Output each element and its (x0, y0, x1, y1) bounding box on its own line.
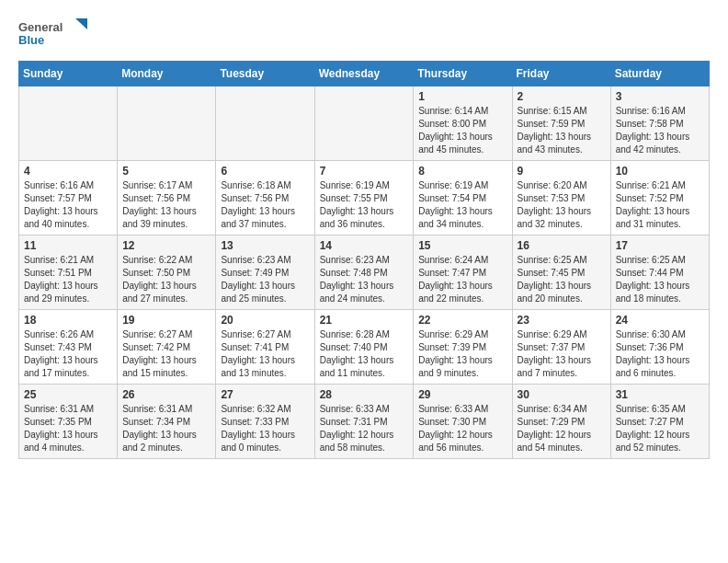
calendar-week-row: 11Sunrise: 6:21 AM Sunset: 7:51 PM Dayli… (19, 236, 710, 310)
day-number: 13 (221, 239, 309, 252)
logo: GeneralBlue (18, 18, 92, 52)
day-info: Sunrise: 6:28 AM Sunset: 7:40 PM Dayligh… (320, 328, 409, 380)
day-number: 7 (320, 165, 409, 178)
calendar-header-tuesday: Tuesday (216, 62, 314, 86)
svg-text:General: General (18, 20, 63, 34)
calendar-week-row: 4Sunrise: 6:16 AM Sunset: 7:57 PM Daylig… (19, 161, 710, 236)
calendar-cell: 28Sunrise: 6:33 AM Sunset: 7:31 PM Dayli… (314, 385, 414, 459)
day-info: Sunrise: 6:29 AM Sunset: 7:37 PM Dayligh… (518, 328, 606, 380)
calendar-week-row: 1Sunrise: 6:14 AM Sunset: 8:00 PM Daylig… (19, 86, 710, 161)
day-number: 14 (320, 239, 409, 252)
day-info: Sunrise: 6:15 AM Sunset: 7:59 PM Dayligh… (518, 105, 606, 156)
day-info: Sunrise: 6:17 AM Sunset: 7:56 PM Dayligh… (122, 179, 210, 231)
calendar-header-row: SundayMondayTuesdayWednesdayThursdayFrid… (19, 62, 710, 86)
calendar-cell: 11Sunrise: 6:21 AM Sunset: 7:51 PM Dayli… (19, 236, 118, 310)
day-number: 15 (418, 239, 506, 252)
day-info: Sunrise: 6:30 AM Sunset: 7:36 PM Dayligh… (616, 328, 704, 380)
day-info: Sunrise: 6:27 AM Sunset: 7:41 PM Dayligh… (221, 328, 309, 380)
day-number: 20 (221, 314, 309, 327)
calendar-table: SundayMondayTuesdayWednesdayThursdayFrid… (18, 61, 710, 459)
calendar-cell: 30Sunrise: 6:34 AM Sunset: 7:29 PM Dayli… (512, 385, 610, 459)
svg-marker-2 (75, 18, 87, 29)
calendar-cell: 7Sunrise: 6:19 AM Sunset: 7:55 PM Daylig… (314, 161, 414, 236)
calendar-cell: 3Sunrise: 6:16 AM Sunset: 7:58 PM Daylig… (610, 86, 709, 161)
calendar-header-wednesday: Wednesday (314, 62, 414, 86)
calendar-cell: 31Sunrise: 6:35 AM Sunset: 7:27 PM Dayli… (610, 385, 709, 459)
day-number: 31 (616, 388, 704, 401)
svg-text:Blue: Blue (18, 33, 44, 47)
day-number: 10 (616, 165, 704, 178)
calendar-cell: 21Sunrise: 6:28 AM Sunset: 7:40 PM Dayli… (314, 310, 414, 385)
day-number: 4 (24, 165, 112, 178)
day-info: Sunrise: 6:21 AM Sunset: 7:51 PM Dayligh… (24, 254, 112, 305)
calendar-cell: 13Sunrise: 6:23 AM Sunset: 7:49 PM Dayli… (216, 236, 314, 310)
day-number: 1 (418, 90, 506, 103)
calendar-cell: 9Sunrise: 6:20 AM Sunset: 7:53 PM Daylig… (512, 161, 610, 236)
day-number: 16 (518, 239, 606, 252)
calendar-cell: 6Sunrise: 6:18 AM Sunset: 7:56 PM Daylig… (216, 161, 314, 236)
calendar-cell (314, 86, 414, 161)
calendar-header-thursday: Thursday (414, 62, 512, 86)
day-info: Sunrise: 6:31 AM Sunset: 7:34 PM Dayligh… (122, 403, 210, 454)
day-number: 30 (518, 388, 606, 401)
day-info: Sunrise: 6:21 AM Sunset: 7:52 PM Dayligh… (616, 179, 704, 231)
calendar-cell (118, 86, 216, 161)
day-number: 3 (616, 90, 704, 103)
calendar-cell: 24Sunrise: 6:30 AM Sunset: 7:36 PM Dayli… (610, 310, 709, 385)
day-number: 21 (320, 314, 409, 327)
calendar-cell: 17Sunrise: 6:25 AM Sunset: 7:44 PM Dayli… (610, 236, 709, 310)
calendar-cell: 10Sunrise: 6:21 AM Sunset: 7:52 PM Dayli… (610, 161, 709, 236)
calendar-header-monday: Monday (118, 62, 216, 86)
day-number: 9 (518, 165, 606, 178)
day-number: 22 (418, 314, 506, 327)
day-info: Sunrise: 6:23 AM Sunset: 7:48 PM Dayligh… (320, 254, 409, 305)
day-number: 18 (24, 314, 112, 327)
calendar-cell (19, 86, 118, 161)
calendar-cell: 5Sunrise: 6:17 AM Sunset: 7:56 PM Daylig… (118, 161, 216, 236)
day-number: 29 (418, 388, 506, 401)
day-info: Sunrise: 6:25 AM Sunset: 7:44 PM Dayligh… (616, 254, 704, 305)
calendar-cell: 25Sunrise: 6:31 AM Sunset: 7:35 PM Dayli… (19, 385, 118, 459)
day-info: Sunrise: 6:27 AM Sunset: 7:42 PM Dayligh… (122, 328, 210, 380)
day-info: Sunrise: 6:20 AM Sunset: 7:53 PM Dayligh… (518, 179, 606, 231)
calendar-cell: 29Sunrise: 6:33 AM Sunset: 7:30 PM Dayli… (414, 385, 512, 459)
calendar-cell: 26Sunrise: 6:31 AM Sunset: 7:34 PM Dayli… (118, 385, 216, 459)
day-number: 27 (221, 388, 309, 401)
day-number: 8 (418, 165, 506, 178)
calendar-cell: 1Sunrise: 6:14 AM Sunset: 8:00 PM Daylig… (414, 86, 512, 161)
calendar-cell: 16Sunrise: 6:25 AM Sunset: 7:45 PM Dayli… (512, 236, 610, 310)
day-info: Sunrise: 6:18 AM Sunset: 7:56 PM Dayligh… (221, 179, 309, 231)
day-info: Sunrise: 6:23 AM Sunset: 7:49 PM Dayligh… (221, 254, 309, 305)
day-info: Sunrise: 6:33 AM Sunset: 7:30 PM Dayligh… (418, 403, 506, 454)
calendar-cell: 15Sunrise: 6:24 AM Sunset: 7:47 PM Dayli… (414, 236, 512, 310)
calendar-cell: 8Sunrise: 6:19 AM Sunset: 7:54 PM Daylig… (414, 161, 512, 236)
calendar-week-row: 25Sunrise: 6:31 AM Sunset: 7:35 PM Dayli… (19, 385, 710, 459)
day-number: 17 (616, 239, 704, 252)
day-number: 23 (518, 314, 606, 327)
day-number: 24 (616, 314, 704, 327)
day-info: Sunrise: 6:14 AM Sunset: 8:00 PM Dayligh… (418, 105, 506, 156)
day-info: Sunrise: 6:31 AM Sunset: 7:35 PM Dayligh… (24, 403, 112, 454)
day-number: 26 (122, 388, 210, 401)
calendar-header-saturday: Saturday (610, 62, 709, 86)
calendar-cell: 14Sunrise: 6:23 AM Sunset: 7:48 PM Dayli… (314, 236, 414, 310)
calendar-cell: 20Sunrise: 6:27 AM Sunset: 7:41 PM Dayli… (216, 310, 314, 385)
day-number: 6 (221, 165, 309, 178)
calendar-week-row: 18Sunrise: 6:26 AM Sunset: 7:43 PM Dayli… (19, 310, 710, 385)
calendar-cell: 2Sunrise: 6:15 AM Sunset: 7:59 PM Daylig… (512, 86, 610, 161)
day-info: Sunrise: 6:24 AM Sunset: 7:47 PM Dayligh… (418, 254, 506, 305)
day-info: Sunrise: 6:25 AM Sunset: 7:45 PM Dayligh… (518, 254, 606, 305)
calendar-cell: 27Sunrise: 6:32 AM Sunset: 7:33 PM Dayli… (216, 385, 314, 459)
day-info: Sunrise: 6:33 AM Sunset: 7:31 PM Dayligh… (320, 403, 409, 454)
calendar-cell: 12Sunrise: 6:22 AM Sunset: 7:50 PM Dayli… (118, 236, 216, 310)
day-number: 5 (122, 165, 210, 178)
day-info: Sunrise: 6:22 AM Sunset: 7:50 PM Dayligh… (122, 254, 210, 305)
day-number: 25 (24, 388, 112, 401)
calendar-cell: 19Sunrise: 6:27 AM Sunset: 7:42 PM Dayli… (118, 310, 216, 385)
calendar-cell: 23Sunrise: 6:29 AM Sunset: 7:37 PM Dayli… (512, 310, 610, 385)
day-info: Sunrise: 6:32 AM Sunset: 7:33 PM Dayligh… (221, 403, 309, 454)
day-info: Sunrise: 6:34 AM Sunset: 7:29 PM Dayligh… (518, 403, 606, 454)
day-info: Sunrise: 6:35 AM Sunset: 7:27 PM Dayligh… (616, 403, 704, 454)
calendar-cell: 18Sunrise: 6:26 AM Sunset: 7:43 PM Dayli… (19, 310, 118, 385)
day-info: Sunrise: 6:16 AM Sunset: 7:57 PM Dayligh… (24, 179, 112, 231)
